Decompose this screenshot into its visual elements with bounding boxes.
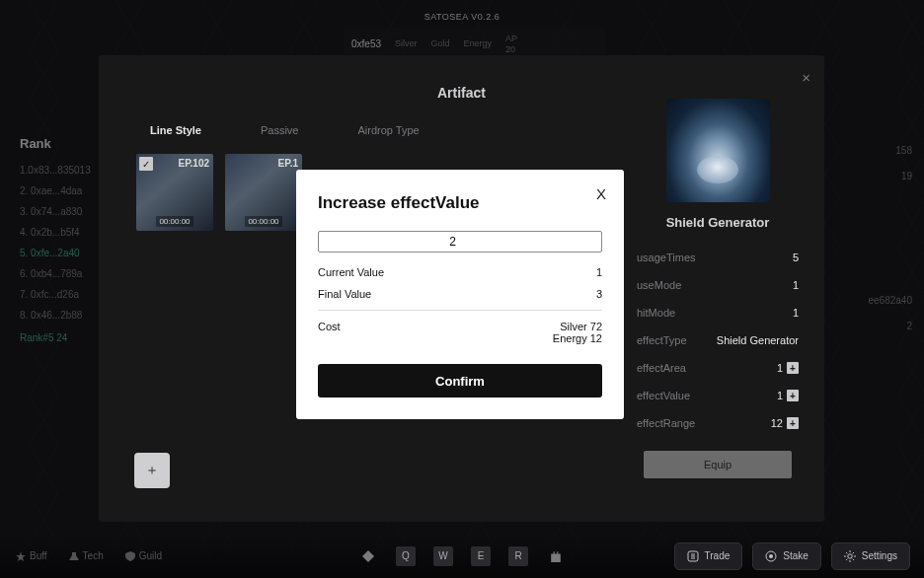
prop-row: effectArea1+ — [637, 362, 799, 374]
prop-key: useMode — [637, 279, 681, 291]
increase-amount-input[interactable] — [318, 231, 602, 253]
player-address: 0xfe53 — [351, 38, 381, 49]
check-icon: ✓ — [139, 157, 153, 171]
artifact-props: usageTimes5useMode1hitMode1effectTypeShi… — [637, 252, 799, 445]
bg-info-line: 19 — [869, 164, 913, 189]
settings-button[interactable]: Settings — [831, 542, 910, 570]
svg-point-4 — [769, 554, 773, 558]
dock-tech[interactable]: Tech — [69, 550, 104, 561]
artifact-card[interactable]: ✓ EP.102 00:00:00 — [136, 154, 213, 231]
stake-button[interactable]: Stake — [752, 542, 821, 570]
cost-label: Cost — [318, 321, 341, 332]
ap-label: AP — [505, 34, 517, 43]
star-icon — [16, 551, 26, 561]
dialog-title: Increase effectValue — [318, 193, 602, 213]
prop-key: effectValue — [637, 390, 690, 401]
tab-line-style[interactable]: Line Style — [150, 124, 201, 136]
hotkey-w[interactable]: W — [433, 546, 453, 566]
close-icon[interactable]: X — [596, 185, 606, 202]
increase-button[interactable]: + — [787, 417, 799, 429]
increase-dialog: X Increase effectValue Current Value 1 F… — [296, 170, 624, 419]
current-value: 1 — [596, 266, 602, 278]
prop-value: Shield Generator — [717, 334, 799, 346]
add-card-button[interactable]: ＋ — [134, 453, 170, 488]
prop-row: effectValue1+ — [637, 390, 799, 401]
diamond-icon[interactable] — [358, 546, 378, 566]
app-title: SATOSEA V0.2.6 — [0, 12, 924, 22]
artifact-image — [666, 99, 770, 202]
svg-marker-0 — [16, 551, 26, 561]
gold-label: Gold — [431, 38, 450, 48]
prop-row: hitMode1 — [637, 307, 799, 319]
prop-key: usageTimes — [637, 252, 696, 263]
final-value: 3 — [596, 288, 602, 300]
final-value-label: Final Value — [318, 288, 371, 300]
tab-airdrop-type[interactable]: Airdrop Type — [358, 124, 420, 136]
ap-value: 20 — [505, 44, 515, 54]
shield-icon — [125, 551, 135, 561]
artifact-details: Shield Generator usageTimes5useMode1hitM… — [637, 99, 799, 478]
hotkey-row: Q W E R — [358, 546, 566, 566]
prop-key: effectRange — [637, 417, 695, 429]
increase-button[interactable]: + — [787, 362, 799, 374]
prop-row: effectTypeShield Generator — [637, 334, 799, 346]
card-timer: 00:00:00 — [156, 216, 192, 227]
castle-icon[interactable] — [546, 546, 566, 566]
prop-row: effectRange12+ — [637, 417, 799, 429]
close-icon[interactable]: × — [802, 69, 810, 86]
prop-value: 12+ — [771, 417, 799, 429]
gear-icon — [844, 550, 856, 562]
prop-value: 1 — [793, 279, 799, 291]
svg-point-5 — [848, 553, 852, 557]
tab-passive[interactable]: Passive — [261, 124, 299, 136]
prop-key: effectArea — [637, 362, 686, 374]
confirm-button[interactable]: Confirm — [318, 364, 602, 397]
cost-line: Energy 12 — [553, 332, 602, 344]
hotkey-q[interactable]: Q — [396, 546, 416, 566]
artifact-name: Shield Generator — [666, 215, 770, 230]
artifact-card[interactable]: EP.1 00:00:00 — [225, 154, 302, 231]
equip-button[interactable]: Equip — [644, 451, 792, 478]
silver-label: Silver — [395, 38, 418, 48]
cost-line: Silver 72 — [553, 321, 602, 332]
prop-value: 1+ — [777, 362, 799, 374]
card-ep: EP.1 — [229, 158, 298, 169]
card-timer: 00:00:00 — [245, 216, 281, 227]
bg-info-line: 2 — [869, 314, 913, 339]
dock-right: Trade Stake Settings — [674, 542, 910, 570]
stake-icon — [765, 550, 777, 562]
svg-marker-1 — [362, 550, 374, 562]
prop-row: usageTimes5 — [637, 252, 799, 263]
prop-key: effectType — [637, 334, 687, 346]
bg-info-line: ee682a40 — [869, 288, 913, 314]
energy-label: Energy — [464, 38, 493, 48]
prop-value: 1+ — [777, 390, 799, 401]
prop-key: hitMode — [637, 307, 675, 319]
current-value-label: Current Value — [318, 266, 384, 278]
dock-left: Buff Tech Guild — [16, 550, 162, 561]
flask-icon — [69, 551, 79, 561]
dock-guild[interactable]: Guild — [125, 550, 162, 561]
hotkey-r[interactable]: R — [508, 546, 528, 566]
trade-icon — [687, 550, 699, 562]
hotkey-e[interactable]: E — [471, 546, 491, 566]
prop-row: useMode1 — [637, 279, 799, 291]
trade-button[interactable]: Trade — [674, 542, 743, 570]
bottom-dock: Buff Tech Guild Q W E R Trade Stake S — [0, 534, 924, 578]
plus-icon: ＋ — [145, 462, 159, 479]
bg-info-line: 158 — [869, 138, 913, 164]
background-info: 158 19 ee682a40 2 — [869, 138, 913, 339]
prop-value: 1 — [793, 307, 799, 319]
increase-button[interactable]: + — [787, 390, 799, 401]
dock-buff[interactable]: Buff — [16, 550, 47, 561]
prop-value: 5 — [793, 252, 799, 263]
